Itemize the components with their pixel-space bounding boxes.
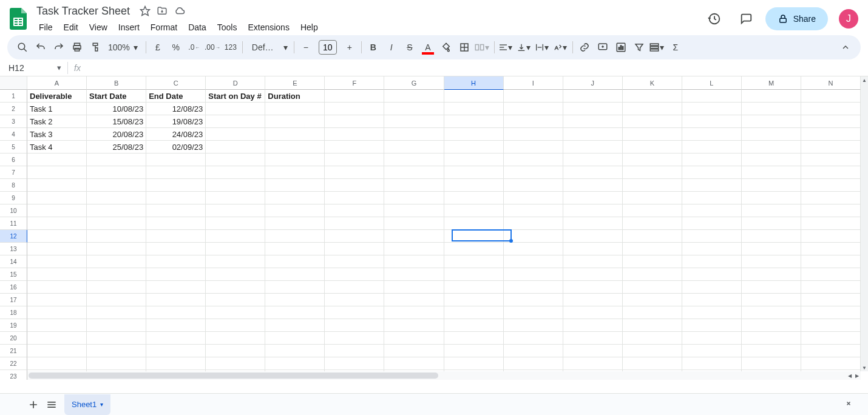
cell[interactable]: 20/08/23 [87, 128, 146, 141]
cell[interactable] [682, 217, 742, 230]
cell[interactable] [504, 103, 563, 115]
cell[interactable] [563, 268, 623, 281]
row-header[interactable]: 18 [0, 306, 27, 319]
cell[interactable] [325, 103, 384, 115]
column-header[interactable]: D [206, 76, 265, 90]
cell[interactable] [87, 179, 146, 192]
cell[interactable] [146, 306, 206, 319]
cell[interactable] [504, 230, 563, 243]
cell[interactable] [146, 294, 206, 306]
cell[interactable] [504, 166, 563, 179]
decrease-font-button[interactable]: − [297, 38, 315, 56]
rotate-button[interactable]: A▾ [552, 38, 570, 56]
sheet-tab-active[interactable]: Sheet1▾ [64, 394, 110, 415]
row-header[interactable]: 20 [0, 332, 27, 345]
cell[interactable] [384, 141, 444, 154]
cell[interactable] [265, 230, 325, 243]
row-header[interactable]: 17 [0, 294, 27, 306]
cell[interactable] [801, 332, 861, 345]
cell[interactable] [563, 192, 623, 204]
cell[interactable] [87, 268, 146, 281]
cell[interactable] [504, 128, 563, 141]
cell[interactable] [146, 179, 206, 192]
cell[interactable] [504, 90, 563, 103]
comment-icon[interactable] [734, 7, 758, 31]
cell[interactable] [563, 217, 623, 230]
cell[interactable] [742, 319, 801, 332]
cell[interactable] [265, 243, 325, 255]
cell[interactable] [504, 217, 563, 230]
cell[interactable] [146, 204, 206, 217]
column-header[interactable]: J [563, 76, 623, 90]
cell[interactable] [742, 204, 801, 217]
cell[interactable] [623, 128, 682, 141]
column-header[interactable]: A [27, 76, 87, 90]
cell[interactable] [742, 230, 801, 243]
select-all-corner[interactable] [0, 76, 27, 90]
cell[interactable] [265, 217, 325, 230]
cell[interactable] [265, 204, 325, 217]
cell[interactable] [563, 255, 623, 268]
cell[interactable] [87, 217, 146, 230]
cell[interactable] [623, 268, 682, 281]
cell[interactable] [206, 217, 265, 230]
cell[interactable] [146, 319, 206, 332]
cell[interactable] [146, 332, 206, 345]
column-header[interactable]: N [801, 76, 861, 90]
cell[interactable] [384, 357, 444, 370]
cell[interactable] [444, 166, 504, 179]
increase-decimal-button[interactable]: .00→ [203, 38, 222, 56]
cell[interactable] [87, 332, 146, 345]
cell[interactable] [444, 192, 504, 204]
cell[interactable] [384, 332, 444, 345]
cell[interactable] [265, 154, 325, 166]
column-header[interactable]: C [146, 76, 206, 90]
cell[interactable] [87, 230, 146, 243]
history-icon[interactable] [702, 7, 727, 31]
cell[interactable] [801, 281, 861, 294]
cell[interactable] [504, 319, 563, 332]
cell[interactable] [623, 192, 682, 204]
cell[interactable] [682, 243, 742, 255]
column-header[interactable]: L [682, 76, 742, 90]
cell[interactable] [325, 306, 384, 319]
cell[interactable] [87, 204, 146, 217]
menu-help[interactable]: Help [296, 20, 323, 35]
cell[interactable] [325, 294, 384, 306]
text-color-button[interactable]: A [419, 38, 437, 56]
menu-tools[interactable]: Tools [212, 20, 242, 35]
cell[interactable] [563, 345, 623, 357]
cell[interactable] [444, 268, 504, 281]
sheets-logo[interactable] [6, 7, 30, 31]
cell[interactable] [87, 345, 146, 357]
cell[interactable] [563, 243, 623, 255]
vertical-scrollbar[interactable] [861, 76, 868, 371]
cell[interactable]: Start on Day # [206, 90, 265, 103]
cell[interactable] [742, 243, 801, 255]
cell[interactable] [504, 306, 563, 319]
menu-file[interactable]: File [34, 20, 58, 35]
cell[interactable] [504, 345, 563, 357]
cell[interactable] [206, 166, 265, 179]
cell[interactable] [325, 166, 384, 179]
row-header[interactable]: 19 [0, 319, 27, 332]
doc-title[interactable]: Task Tracker Sheet [33, 4, 134, 19]
cell[interactable] [682, 230, 742, 243]
cell[interactable] [87, 281, 146, 294]
cell[interactable] [265, 166, 325, 179]
cell[interactable] [206, 243, 265, 255]
cell[interactable] [384, 103, 444, 115]
fill-color-button[interactable] [437, 38, 455, 56]
insert-comment-button[interactable] [594, 38, 612, 56]
paint-format-button[interactable] [86, 38, 104, 56]
cell[interactable] [742, 306, 801, 319]
redo-button[interactable] [50, 38, 68, 56]
cell[interactable] [265, 294, 325, 306]
bold-button[interactable]: B [364, 38, 382, 56]
print-button[interactable] [68, 38, 86, 56]
cell[interactable] [265, 192, 325, 204]
cell[interactable] [265, 115, 325, 128]
cell[interactable] [87, 255, 146, 268]
menu-insert[interactable]: Insert [114, 20, 144, 35]
cell[interactable] [742, 357, 801, 370]
